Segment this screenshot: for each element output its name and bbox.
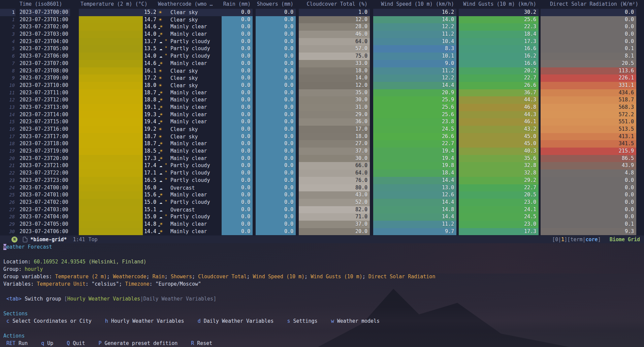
cell-solar-radiation: 413.1 <box>541 133 636 140</box>
cell-cloudcover: 17.0 <box>299 126 370 133</box>
cell-time: 2023-07-23T20:00 <box>20 155 70 162</box>
column-header: Wind Gusts (10 m) (km/h) <box>459 1 536 7</box>
cell-showers: 0.0 <box>256 228 296 235</box>
cell-temperature: 14.6 <box>143 23 156 31</box>
table-row[interactable]: 192023-07-23T19:0018.5☀☁ Mainly clear0.0… <box>0 148 644 155</box>
table-row[interactable]: 202023-07-23T20:0017.3☀☁ Mainly clear0.0… <box>0 155 644 162</box>
table-row[interactable]: 42023-07-23T04:0013.7☀☁ Partly cloudy0.0… <box>0 38 644 45</box>
cell-cloudcover: 75.0 <box>299 53 370 60</box>
cell-solar-radiation: 0.0 <box>541 38 636 45</box>
table-row[interactable]: 162023-07-23T16:0019.2☀ Clear sky0.00.01… <box>0 126 644 133</box>
action-generate-preset-defition[interactable]: PGenerate preset defition <box>98 340 178 346</box>
table-row[interactable]: 262023-07-24T02:0015.0☀☁ Partly cloudy0.… <box>0 199 644 206</box>
cell-solar-radiation: 4.8 <box>541 169 636 177</box>
cell-weathercode: ☀☁ Mainly clear <box>157 89 222 97</box>
table-row[interactable]: 62023-07-23T06:0014.0☀☁ Partly cloudy0.0… <box>0 53 644 60</box>
action-key: RET <box>6 340 15 346</box>
table-row[interactable]: 242023-07-24T00:0016.0☁ Overcast0.00.080… <box>0 184 644 192</box>
cell-wind-speed: 20.9 <box>373 89 456 97</box>
tab-option[interactable]: Daily Weather Variables <box>143 296 213 302</box>
variable-value: "Europe/Moscow" <box>156 281 201 287</box>
action-up[interactable]: qUp <box>41 340 53 346</box>
table-row[interactable]: 282023-07-24T04:0015.0☀☁ Partly cloudy0.… <box>0 213 644 221</box>
cell-weathercode: ☀ Clear sky <box>157 82 222 89</box>
table-row[interactable]: 232023-07-23T23:0016.5☀☁ Partly cloudy0.… <box>0 177 644 184</box>
cell-time: 2023-07-23T01:00 <box>20 16 70 24</box>
sun-weather-icon: ☀ <box>159 82 167 90</box>
cell-solar-radiation: 0.1 <box>541 45 636 53</box>
temperature-swatch <box>79 45 143 53</box>
table-row[interactable]: 12023-07-23T00:0015.2☀ Clear sky0.00.01.… <box>0 9 644 16</box>
tab-key[interactable]: <tab> <box>6 296 22 302</box>
line-number: 27 <box>0 206 15 214</box>
cell-wind-speed: 14.4 <box>373 213 456 221</box>
cell-showers: 0.0 <box>256 31 296 38</box>
section-settings[interactable]: sSettings <box>287 318 317 324</box>
table-row[interactable]: 32023-07-23T03:0014.0☀☁ Mainly clear0.00… <box>0 31 644 38</box>
cell-weathercode: ☀☁ Mainly clear <box>157 96 222 104</box>
table-row[interactable]: 72023-07-23T07:0014.6☀☁ Mainly clear0.00… <box>0 60 644 67</box>
cell-cloudcover: 30.0 <box>299 155 370 162</box>
cell-weathercode: ☀ Clear sky <box>157 74 222 82</box>
cell-time: 2023-07-24T05:00 <box>20 221 70 228</box>
buffer-name[interactable]: *biome-grid* <box>30 236 67 243</box>
table-row[interactable]: 22023-07-23T02:0014.6☀☁ Mainly clear0.00… <box>0 23 644 31</box>
table-row[interactable]: 152023-07-23T15:0019.4☀☁ Mainly clear0.0… <box>0 118 644 126</box>
temperature-swatch <box>79 89 143 97</box>
table-row[interactable]: 82023-07-23T08:0016.1☀ Clear sky0.00.018… <box>0 67 644 75</box>
cell-wind-speed: 11.2 <box>373 31 456 38</box>
section-select-coordinates-or-city[interactable]: cSelect Coordinates or City <box>6 318 92 324</box>
cell-temperature: 18.7 <box>143 140 156 148</box>
table-row[interactable]: 102023-07-23T10:0018.0☀ Clear sky0.00.01… <box>0 82 644 89</box>
section-daily-weather-variables[interactable]: dDaily Weather Variables <box>198 318 274 324</box>
table-row[interactable]: 302023-07-24T06:0014.4☀☁ Mainly clear0.0… <box>0 228 644 235</box>
section-weather-models[interactable]: wWeather models <box>331 318 380 324</box>
cell-wind-gusts: 43.2 <box>459 126 539 133</box>
table-row[interactable]: 112023-07-23T11:0018.7☀☁ Mainly clear0.0… <box>0 89 644 97</box>
weathercode-label: Clear sky <box>167 17 198 23</box>
line-number: 1 <box>0 9 15 16</box>
sections-menu: cSelect Coordinates or CityhHourly Weath… <box>3 317 644 325</box>
table-row[interactable]: 122023-07-23T12:0018.8☀☁ Mainly clear0.0… <box>0 96 644 104</box>
sun-weather-icon: ☀ <box>159 9 167 17</box>
action-key: P <box>98 340 101 346</box>
table-row[interactable]: 52023-07-23T05:0013.5☀☁ Partly cloudy0.0… <box>0 45 644 53</box>
cell-solar-radiation: 434.6 <box>541 89 636 97</box>
cell-cloudcover: 76.0 <box>299 177 370 184</box>
table-row[interactable]: 292023-07-24T05:0014.8☀☁ Mainly clear0.0… <box>0 221 644 228</box>
cell-time: 2023-07-24T02:00 <box>20 199 70 206</box>
table-rows: 12023-07-23T00:0015.2☀ Clear sky0.00.01.… <box>0 9 644 235</box>
table-row[interactable]: 212023-07-23T21:0017.4☀☁ Partly cloudy0.… <box>0 162 644 169</box>
table-row[interactable]: 272023-07-24T03:0015.1☁ Overcast0.00.082… <box>0 206 644 214</box>
cell-solar-radiation: 0.0 <box>541 191 636 199</box>
table-row[interactable]: 12023-07-23T01:0014.7☀ Clear sky0.00.012… <box>0 16 644 24</box>
table-row[interactable]: 92023-07-23T09:0017.2☀ Clear sky0.00.014… <box>0 74 644 82</box>
tab-option-active[interactable]: Hourly Weather Variables <box>67 296 140 302</box>
table-row[interactable]: 132023-07-23T13:0019.1☀☁ Mainly clear0.0… <box>0 104 644 111</box>
cell-wind-gusts: 25.6 <box>459 16 539 24</box>
suncloud-weather-icon: ☀☁ <box>159 140 167 148</box>
action-run[interactable]: RETRun <box>6 340 28 346</box>
table-row[interactable]: 252023-07-24T01:0015.6☀☁ Mainly clear0.0… <box>0 191 644 199</box>
cell-time: 2023-07-24T06:00 <box>20 228 70 235</box>
line-number: 16 <box>0 126 15 133</box>
table-row[interactable]: 222023-07-23T22:0017.1☀☁ Partly cloudy0.… <box>0 169 644 177</box>
table-row[interactable]: 142023-07-23T14:0019.3☀☁ Mainly clear0.0… <box>0 111 644 119</box>
cell-rain: 0.0 <box>222 140 253 148</box>
cell-cloudcover: 20.0 <box>299 228 370 235</box>
cell-time: 2023-07-23T08:00 <box>20 67 70 75</box>
line-number: 5 <box>0 45 15 53</box>
weathercode-label: Clear sky <box>167 75 198 81</box>
cell-solar-radiation: 86.5 <box>541 155 636 162</box>
segment-close: ] <box>598 236 601 243</box>
cell-cloudcover: 14.0 <box>299 74 370 82</box>
section-hourly-weather-variables[interactable]: hHourly Weather Variables <box>105 318 184 324</box>
temperature-swatch <box>79 155 143 162</box>
cell-time: 2023-07-23T17:00 <box>20 133 70 140</box>
table-row[interactable]: 172023-07-23T17:0018.7☀ Clear sky0.00.01… <box>0 133 644 140</box>
cell-rain: 0.0 <box>222 206 253 214</box>
action-reset[interactable]: RReset <box>191 340 212 346</box>
table-row[interactable]: 182023-07-23T18:0018.7☀☁ Mainly clear0.0… <box>0 140 644 148</box>
action-quit[interactable]: QQuit <box>67 340 85 346</box>
suncloud-weather-icon: ☀☁ <box>159 228 167 235</box>
